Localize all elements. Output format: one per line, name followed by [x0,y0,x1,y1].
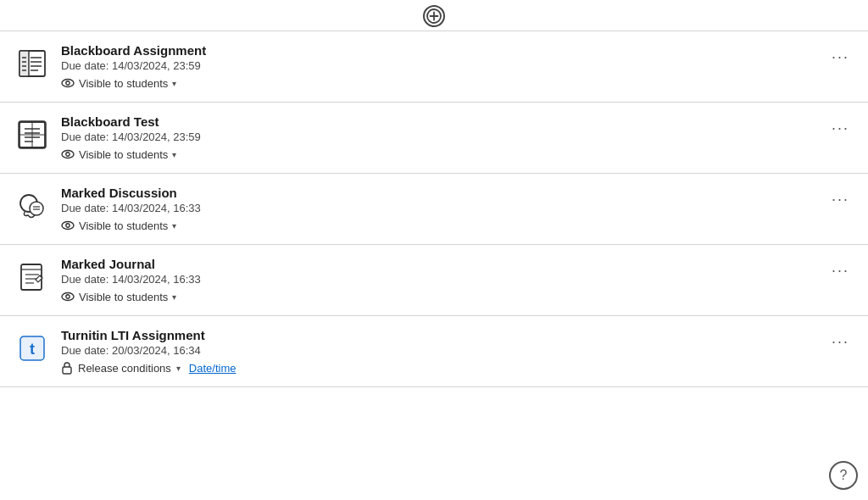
item-due-date: Due date: 20/03/2024, 16:34 [61,344,813,357]
add-content-button[interactable] [423,5,445,27]
eye-icon [61,290,75,303]
svg-point-30 [66,224,70,227]
svg-point-38 [66,295,70,298]
item-details: Marked Discussion Due date: 14/03/2024, … [61,186,813,232]
svg-point-24 [66,153,70,156]
visibility-toggle[interactable]: Visible to students ▾ [61,147,813,161]
item-due-date: Due date: 14/03/2024, 23:59 [61,131,813,143]
list-item: Blackboard Assignment Due date: 14/03/20… [0,31,868,103]
release-conditions-toggle[interactable]: Release conditions ▾ Date/time [61,361,813,375]
item-title: Marked Journal [61,257,813,271]
list-item: t Turnitin LTI Assignment Due date: 20/0… [0,316,868,387]
caret-icon: ▾ [176,364,181,373]
more-options-button[interactable]: ··· [826,47,854,68]
caret-icon: ▾ [172,221,176,231]
item-due-date: Due date: 14/03/2024, 16:33 [61,202,813,214]
svg-rect-4 [19,51,29,76]
item-details: Blackboard Assignment Due date: 14/03/20… [61,43,813,90]
item-details: Marked Journal Due date: 14/03/2024, 16:… [61,257,813,303]
svg-point-29 [62,222,74,230]
assignment-icon [14,45,51,82]
more-options-button[interactable]: ··· [826,189,854,210]
content-list: Blackboard Assignment Due date: 14/03/20… [0,31,868,387]
help-button[interactable]: ? [829,461,858,490]
test-icon [14,116,51,153]
item-title: Marked Discussion [61,186,813,200]
item-title: Blackboard Assignment [61,43,813,58]
svg-point-23 [62,151,74,158]
item-details: Blackboard Test Due date: 14/03/2024, 23… [61,114,813,161]
visibility-toggle[interactable]: Visible to students ▾ [61,76,813,90]
item-title: Turnitin LTI Assignment [61,328,813,342]
top-bar [0,0,868,31]
item-due-date: Due date: 14/03/2024, 23:59 [61,59,813,72]
list-item: Marked Discussion Due date: 14/03/2024, … [0,174,868,245]
caret-icon: ▾ [172,79,176,88]
item-actions: ··· [813,47,854,68]
svg-point-13 [62,80,74,87]
item-details: Turnitin LTI Assignment Due date: 20/03/… [61,328,813,375]
item-actions: ··· [813,118,854,139]
eye-icon [61,147,75,161]
svg-rect-41 [63,367,71,374]
turnitin-icon: t [14,330,51,367]
more-options-button[interactable]: ··· [826,118,854,139]
eye-icon [61,219,75,232]
visibility-toggle[interactable]: Visible to students ▾ [61,219,813,232]
svg-point-37 [62,293,74,301]
item-actions: ··· [813,189,854,210]
item-actions: ··· [813,331,854,353]
visibility-toggle[interactable]: Visible to students ▾ [61,290,813,303]
visibility-label: Visible to students [79,219,168,232]
visibility-label: Visible to students [79,148,168,161]
svg-point-26 [30,202,43,215]
list-item: Marked Journal Due date: 14/03/2024, 16:… [0,245,868,316]
visibility-label: Visible to students [79,291,168,303]
eye-icon [61,76,75,90]
visibility-label: Visible to students [79,77,168,90]
item-title: Blackboard Test [61,114,813,129]
date-time-link[interactable]: Date/time [189,362,236,375]
list-item: Blackboard Test Due date: 14/03/2024, 23… [0,103,868,174]
discussion-icon [14,187,51,225]
help-label: ? [840,468,848,483]
more-options-button[interactable]: ··· [826,260,854,281]
journal-icon [14,258,51,296]
item-due-date: Due date: 14/03/2024, 16:33 [61,273,813,286]
more-options-button[interactable]: ··· [826,331,854,353]
caret-icon: ▾ [172,292,176,302]
item-actions: ··· [813,260,854,281]
svg-text:t: t [30,341,35,358]
lock-icon [61,361,73,375]
caret-icon: ▾ [172,150,176,159]
svg-point-14 [66,81,70,85]
release-conditions-label: Release conditions [78,362,171,375]
